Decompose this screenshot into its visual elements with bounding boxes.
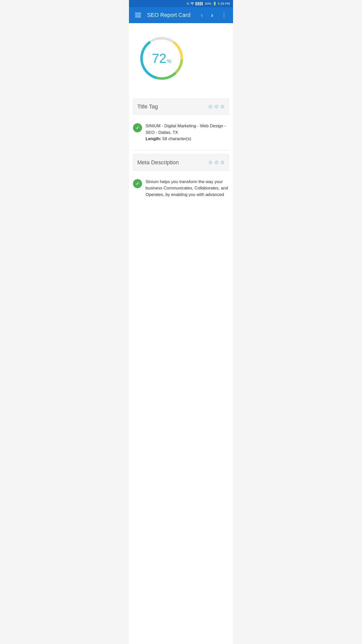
title-tag-card-header: Title Tag ⚙ ⚙ ⚙ <box>133 99 229 115</box>
status-bar: N ▌▌▌▌ 40% 🔋 5:39 PM <box>129 0 233 7</box>
main-content: 72 % Title Tag ⚙ ⚙ ⚙ SINIUM - Digital Ma… <box>129 23 233 644</box>
score-display: 72 % <box>152 51 171 66</box>
meta-description-label: Meta Description <box>137 159 179 166</box>
time-text: 5:39 PM <box>218 2 230 6</box>
gear-icon-6: ⚙ <box>220 159 225 166</box>
score-circle: 72 % <box>137 33 187 84</box>
gear-icon-1: ⚙ <box>208 104 213 110</box>
title-tag-body: SINIUM - Digital Marketing - Web Design … <box>146 123 229 142</box>
title-tag-text: SINIUM - Digital Marketing - Web Design … <box>146 123 229 136</box>
gear-icon-5: ⚙ <box>214 159 219 166</box>
gear-icon-2: ⚙ <box>214 104 219 110</box>
wifi-icon <box>190 2 194 6</box>
title-tag-check-icon <box>133 123 142 132</box>
gear-icon-4: ⚙ <box>208 159 213 166</box>
title-tag-label: Title Tag <box>137 103 158 110</box>
app-bar: SEO Report Card ‹ › ⋮ <box>129 7 233 23</box>
length-label: Length: <box>146 136 161 141</box>
title-tag-length: Length: 58 character(s) <box>146 136 229 142</box>
meta-description-card-header: Meta Description ⚙ ⚙ ⚙ <box>133 154 229 171</box>
meta-description-body: Sinium helps you transform the way your … <box>146 179 229 198</box>
score-value: 72 <box>152 51 166 66</box>
meta-description-check-icon <box>133 179 142 188</box>
svg-rect-3 <box>135 17 141 17</box>
svg-rect-1 <box>135 13 141 14</box>
svg-rect-2 <box>135 15 141 16</box>
more-options-button[interactable]: ⋮ <box>219 10 229 20</box>
status-icons: N ▌▌▌▌ 40% 🔋 5:39 PM <box>187 2 230 6</box>
score-section: 72 % <box>129 23 233 99</box>
nav-forward-button[interactable]: › <box>209 9 215 21</box>
score-percent: % <box>167 58 171 64</box>
app-title: SEO Report Card <box>147 12 195 18</box>
nav-back-button[interactable]: ‹ <box>199 9 205 21</box>
title-tag-gear-icons: ⚙ ⚙ ⚙ <box>208 104 225 110</box>
length-value: 58 character(s) <box>162 136 191 141</box>
svg-point-0 <box>192 4 193 5</box>
meta-description-content: Sinium helps you transform the way your … <box>129 174 233 204</box>
gear-icon-3: ⚙ <box>220 104 225 110</box>
menu-button[interactable] <box>133 11 143 19</box>
meta-description-gear-icons: ⚙ ⚙ ⚙ <box>208 159 225 166</box>
battery-text: 40% <box>205 2 211 6</box>
divider-1 <box>133 150 229 150</box>
title-tag-content: SINIUM - Digital Marketing - Web Design … <box>129 118 233 148</box>
battery-icon: 🔋 <box>213 2 217 6</box>
signal-icon: ▌▌▌▌ <box>196 2 203 5</box>
meta-description-text: Sinium helps you transform the way your … <box>146 179 229 198</box>
nfc-icon: N <box>187 2 189 6</box>
